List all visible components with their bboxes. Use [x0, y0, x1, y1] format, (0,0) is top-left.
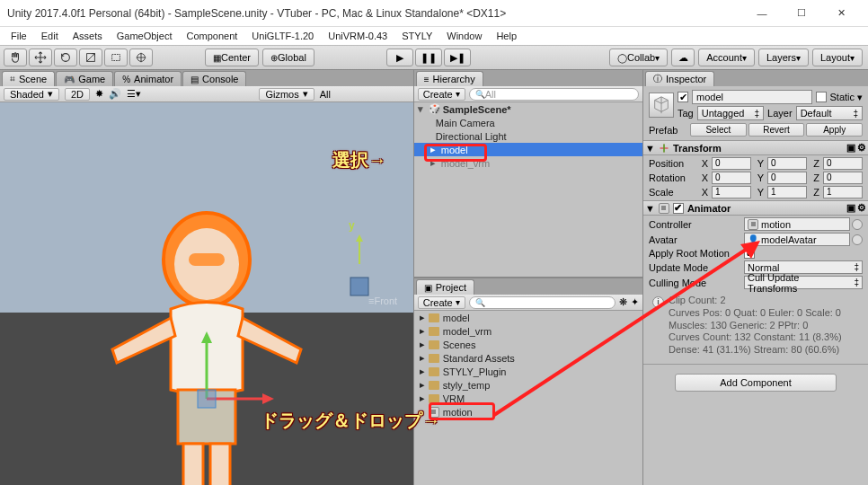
- project-asset-motion[interactable]: motion: [414, 405, 642, 419]
- animator-help-icon[interactable]: ▣: [846, 202, 855, 214]
- tab-console[interactable]: ▤ Console: [182, 71, 246, 86]
- tab-hierarchy[interactable]: ≡ Hierarchy: [416, 71, 483, 86]
- project-create[interactable]: Create ▾: [418, 296, 465, 309]
- hierarchy-create[interactable]: Create ▾: [418, 88, 465, 101]
- 2d-toggle[interactable]: 2D: [65, 88, 90, 101]
- menu-assets[interactable]: Assets: [67, 29, 108, 43]
- hierarchy-item-model-vrm[interactable]: ▸model_vrm: [414, 156, 642, 170]
- rotation-x[interactable]: 0: [712, 172, 751, 184]
- project-folder-standard[interactable]: ▸Standard Assets: [414, 351, 642, 365]
- move-tool[interactable]: [29, 48, 52, 66]
- maximize-button[interactable]: ☐: [782, 1, 821, 26]
- close-button[interactable]: ✕: [821, 1, 861, 26]
- gameobject-active-checkbox[interactable]: ✔: [678, 92, 688, 102]
- gizmos-dropdown[interactable]: Gizmos ▾: [259, 88, 314, 101]
- rotation-y[interactable]: 0: [767, 172, 807, 184]
- project-folder-model-vrm[interactable]: ▸model_vrm: [414, 324, 642, 338]
- static-checkbox[interactable]: [816, 92, 827, 102]
- animator-header[interactable]: ▼ ✔ Animator▣⚙: [643, 200, 868, 216]
- layer-label: Layer: [767, 108, 793, 119]
- project-folder-styly-plugin[interactable]: ▸STYLY_Plugin: [414, 365, 642, 378]
- prefab-apply-button[interactable]: Apply: [806, 123, 863, 137]
- culling-mode-dropdown[interactable]: Cull Update Transforms‡: [744, 276, 863, 289]
- collab-dropdown[interactable]: ◯ Collab ▾: [609, 48, 668, 66]
- hierarchy-search[interactable]: 🔍All: [469, 88, 639, 101]
- hierarchy-list[interactable]: ▾🎲 SampleScene* Main Camera Directional …: [414, 102, 642, 277]
- prefab-select-button[interactable]: Select: [690, 123, 747, 137]
- tag-dropdown[interactable]: Untagged‡: [697, 106, 764, 120]
- avatar-picker[interactable]: [852, 234, 863, 245]
- tab-scene[interactable]: ⌗ Scene: [2, 71, 55, 86]
- hierarchy-item-light[interactable]: Directional Light: [414, 129, 642, 143]
- project-folder-styly-temp[interactable]: ▸styly_temp: [414, 378, 642, 392]
- animator-gear-icon[interactable]: ⚙: [857, 202, 866, 214]
- layer-dropdown[interactable]: Default‡: [796, 106, 863, 120]
- pivot-toggle[interactable]: ▦ Center: [205, 48, 259, 66]
- rotate-tool[interactable]: [54, 48, 77, 66]
- cloud-button[interactable]: ☁: [671, 48, 695, 66]
- step-button[interactable]: ▶❚: [444, 48, 471, 66]
- tab-game[interactable]: 🎮 Game: [56, 71, 113, 86]
- project-folder-model[interactable]: ▸model: [414, 311, 642, 324]
- hand-tool[interactable]: [4, 48, 27, 66]
- menu-help[interactable]: Help: [491, 29, 522, 43]
- tab-inspector[interactable]: ⓘ Inspector: [645, 71, 714, 86]
- layers-dropdown[interactable]: Layers ▾: [758, 48, 809, 66]
- position-x[interactable]: 0: [712, 157, 751, 170]
- tab-project[interactable]: ▣ Project: [416, 279, 474, 295]
- position-y[interactable]: 0: [767, 157, 807, 170]
- rotation-z[interactable]: 0: [823, 172, 863, 184]
- transform-gear-icon[interactable]: ⚙: [857, 142, 866, 154]
- play-button[interactable]: ▶: [386, 48, 413, 66]
- avatar-field[interactable]: 👤modelAvatar: [744, 233, 850, 246]
- project-folder-vrm[interactable]: ▸VRM: [414, 392, 642, 405]
- fx-toggle[interactable]: ☰▾: [127, 88, 141, 100]
- menu-unigltf[interactable]: UniGLTF-1.20: [246, 29, 319, 43]
- prefab-revert-button[interactable]: Revert: [748, 123, 805, 137]
- pause-button[interactable]: ❚❚: [415, 48, 442, 66]
- rect-tool[interactable]: [104, 48, 128, 66]
- transform-header[interactable]: ▼ Transform▣⚙: [643, 140, 868, 155]
- hierarchy-scene-row[interactable]: ▾🎲 SampleScene*: [414, 102, 642, 116]
- project-list[interactable]: ▸model ▸model_vrm ▸Scenes ▸Standard Asse…: [414, 311, 642, 485]
- menu-gameobject[interactable]: GameObject: [111, 29, 178, 43]
- scale-z[interactable]: 1: [823, 186, 863, 198]
- apply-root-motion-label: Apply Root Motion: [649, 248, 742, 259]
- hierarchy-item-model[interactable]: ▸model: [414, 143, 642, 156]
- controller-field[interactable]: motion: [744, 217, 850, 231]
- hierarchy-item-camera[interactable]: Main Camera: [414, 116, 642, 129]
- scene-search[interactable]: All: [320, 89, 410, 100]
- light-toggle[interactable]: ✸: [95, 88, 103, 100]
- scale-x[interactable]: 1: [712, 186, 751, 198]
- menu-univrm[interactable]: UniVRM-0.43: [323, 29, 393, 43]
- audio-toggle[interactable]: 🔊: [109, 88, 121, 100]
- position-z[interactable]: 0: [823, 157, 863, 170]
- info-icon: i: [652, 296, 664, 308]
- menu-edit[interactable]: Edit: [36, 29, 64, 43]
- transform-help-icon[interactable]: ▣: [846, 142, 855, 154]
- layout-dropdown[interactable]: Layout ▾: [812, 48, 863, 66]
- transform-tool[interactable]: [129, 48, 153, 66]
- controller-picker[interactable]: [852, 219, 863, 230]
- shading-dropdown[interactable]: Shaded ▾: [4, 88, 59, 101]
- window-titlebar: Unity 2017.4.0f1 Personal (64bit) - Samp…: [0, 0, 868, 27]
- filter-icon[interactable]: ❋: [619, 296, 627, 308]
- menu-component[interactable]: Component: [181, 29, 243, 43]
- add-component-button[interactable]: Add Component: [675, 374, 837, 392]
- project-folder-scenes[interactable]: ▸Scenes: [414, 338, 642, 351]
- gameobject-icon[interactable]: [649, 93, 674, 118]
- account-dropdown[interactable]: Account ▾: [698, 48, 755, 66]
- scale-y[interactable]: 1: [767, 186, 807, 198]
- menu-file[interactable]: File: [5, 29, 32, 43]
- menu-window[interactable]: Window: [441, 29, 487, 43]
- animator-enabled-checkbox[interactable]: ✔: [673, 203, 684, 214]
- gameobject-name-field[interactable]: model: [692, 90, 812, 104]
- project-search[interactable]: 🔍: [469, 296, 616, 309]
- tab-animator[interactable]: % Animator: [114, 71, 182, 86]
- menu-styly[interactable]: STYLY: [396, 29, 438, 43]
- space-toggle[interactable]: ⊕ Global: [262, 48, 314, 66]
- scale-tool[interactable]: [79, 48, 102, 66]
- apply-root-motion-checkbox[interactable]: ✔: [744, 248, 755, 259]
- minimize-button[interactable]: —: [742, 1, 782, 26]
- save-icon[interactable]: ✦: [631, 296, 639, 308]
